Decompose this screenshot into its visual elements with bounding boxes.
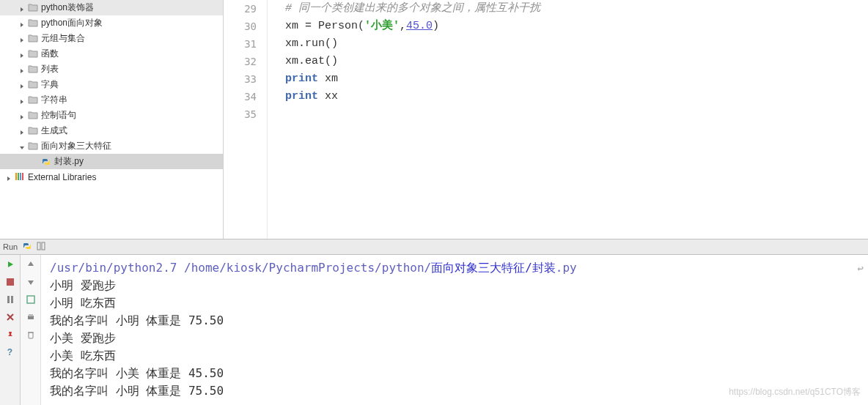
folder-icon [28,111,38,121]
code-line[interactable]: print xx [285,88,868,105]
svg-rect-1 [18,173,19,180]
tree-item-9[interactable]: 面向对象三大特征 [0,138,223,154]
tree-label: python面向对象 [41,17,103,29]
console-toolbar-inner [21,255,41,405]
expand-arrow-icon[interactable] [6,174,13,181]
line-gutter: 29303132333435 [224,0,268,239]
expand-arrow-icon[interactable] [32,158,40,166]
close-button[interactable] [4,311,17,324]
project-tree: python装饰器python面向对象元组与集合函数列表字典字符串控制语句生成式… [0,0,224,239]
console-output[interactable]: ↩ /usr/bin/python2.7 /home/kiosk/Pycharm… [41,255,868,405]
folder-icon [28,49,38,59]
help-button[interactable]: ? [4,346,17,359]
console-command: /usr/bin/python2.7 /home/kiosk/PycharmPr… [50,259,859,277]
line-number: 34 [224,88,257,105]
scroll-up-button[interactable] [24,258,37,271]
folder-icon [28,80,38,90]
code-line[interactable]: xm = Person('小美',45.0) [285,18,868,35]
svg-rect-9 [27,296,34,303]
console-line: 小明 爱跑步 [50,277,859,294]
py-icon [41,157,51,167]
folder-icon [28,18,38,29]
folder-icon [28,34,38,44]
tree-label: 控制语句 [41,109,76,122]
print-button[interactable] [24,311,37,324]
tree-item-10[interactable]: 封装.py [0,154,223,169]
pin-button[interactable] [4,328,17,341]
svg-rect-7 [7,296,10,303]
tree-label: External Libraries [28,172,96,182]
svg-rect-11 [29,314,33,316]
code-editor[interactable]: 29303132333435 # 同一个类创建出来的多个对象之间，属性互补干扰x… [224,0,868,239]
tree-label: 字典 [41,78,59,91]
console-line: 小美 吃东西 [50,347,859,365]
svg-rect-8 [11,296,13,303]
expand-arrow-icon[interactable] [19,4,26,12]
line-number: 32 [224,53,257,70]
svg-rect-3 [22,173,23,180]
lib-icon [15,172,25,182]
expand-arrow-icon[interactable] [19,81,26,89]
wrap-button[interactable] [24,293,37,306]
expand-arrow-icon[interactable] [19,97,26,104]
stop-button[interactable] [4,275,17,289]
console-line: 小美 爱跑步 [50,330,859,347]
tree-item-11[interactable]: External Libraries [0,169,223,185]
line-number: 30 [224,18,257,35]
tree-item-1[interactable]: python面向对象 [0,15,223,31]
code-line[interactable]: print xm [285,70,868,88]
expand-arrow-icon[interactable] [19,35,26,42]
tree-item-4[interactable]: 列表 [0,62,223,77]
tree-item-8[interactable]: 生成式 [0,123,223,138]
svg-rect-5 [42,242,45,250]
line-number: 35 [224,105,257,123]
expand-arrow-icon[interactable] [19,51,26,58]
line-number: 31 [224,35,257,53]
svg-rect-4 [37,242,40,250]
rerun-button[interactable] [4,258,17,271]
python-icon [22,241,32,253]
tree-item-5[interactable]: 字典 [0,77,223,92]
line-number: 29 [224,0,257,18]
folder-icon [28,95,38,105]
expand-arrow-icon[interactable] [19,20,26,27]
softwrap-icon[interactable]: ↩ [858,259,864,277]
svg-rect-2 [20,173,21,180]
line-number: 33 [224,70,257,88]
pause-button[interactable] [4,293,17,306]
folder-icon [28,126,38,136]
clear-button[interactable] [24,328,37,341]
tree-label: 面向对象三大特征 [41,140,111,152]
code-line[interactable]: xm.run() [285,35,868,53]
code-line[interactable] [285,105,868,123]
tree-label: 封装.py [54,155,84,168]
expand-arrow-icon[interactable] [19,66,26,73]
tree-item-7[interactable]: 控制语句 [0,108,223,123]
folder-icon [28,141,38,152]
tree-item-0[interactable]: python装饰器 [0,0,223,15]
tree-item-3[interactable]: 函数 [0,46,223,62]
tree-label: 函数 [41,48,59,60]
code-area[interactable]: # 同一个类创建出来的多个对象之间，属性互补干扰xm = Person('小美'… [268,0,868,239]
svg-rect-6 [7,278,14,286]
console-line: 我的名字叫 小美 体重是 45.50 [50,365,859,382]
run-toolwindow-header[interactable]: Run [0,239,868,255]
expand-arrow-icon[interactable] [19,127,26,135]
tree-label: 元组与集合 [41,32,85,45]
expand-arrow-icon[interactable] [19,143,26,150]
run-label: Run [3,242,18,251]
tree-label: 字符串 [41,94,67,106]
tree-label: 生成式 [41,125,67,137]
tree-item-6[interactable]: 字符串 [0,92,223,108]
expand-arrow-icon[interactable] [19,112,26,119]
scroll-down-button[interactable] [24,275,37,289]
layout-icon[interactable] [37,241,47,253]
code-line[interactable]: # 同一个类创建出来的多个对象之间，属性互补干扰 [285,0,868,18]
folder-icon [28,64,38,75]
console-line: 小明 吃东西 [50,294,859,312]
tree-item-2[interactable]: 元组与集合 [0,31,223,46]
code-line[interactable]: xm.eat() [285,53,868,70]
folder-icon [28,3,38,13]
tree-label: python装饰器 [41,1,94,14]
console-toolbar-left: ? [0,255,21,405]
